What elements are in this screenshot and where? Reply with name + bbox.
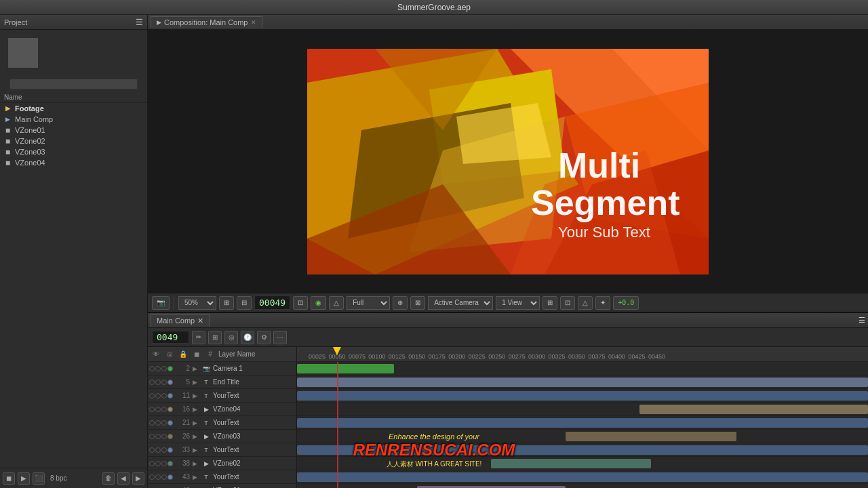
layer-visibility-dot[interactable]	[149, 393, 155, 399]
timeline-timecode[interactable]: 0049	[152, 331, 189, 344]
draft-btn[interactable]: △	[329, 296, 344, 310]
layer-row-vzone03[interactable]: 26 ▶ ▶ VZone03	[148, 430, 296, 443]
layer-lock-dot[interactable]	[161, 447, 167, 453]
project-folder-footage[interactable]: ▶ Footage	[0, 103, 147, 114]
project-item-vzone03[interactable]: ◼ VZone03	[0, 146, 147, 157]
layer-visibility-dot[interactable]	[149, 420, 155, 426]
layer-row-vzone01[interactable]: 48 ▶ ▶ VZone01	[148, 484, 296, 488]
timeline-tab-main[interactable]: Main Comp ✕	[151, 314, 210, 327]
quality-select[interactable]: Full Half Quarter	[347, 296, 390, 310]
project-item-vzone02[interactable]: ◼ VZone02	[0, 136, 147, 146]
trash-btn[interactable]: 🗑	[102, 472, 115, 485]
layer-solo-dot[interactable]	[155, 420, 161, 426]
track-row-vzone04	[297, 403, 868, 416]
render-btn[interactable]: ⊡	[293, 296, 308, 310]
layer-label: VZone04	[15, 159, 45, 167]
nav-prev-btn[interactable]: ◀	[117, 472, 130, 485]
layer-expand[interactable]: ▶	[193, 420, 199, 426]
light-btn[interactable]: ✦	[595, 296, 610, 310]
project-item-vzone04[interactable]: ◼ VZone04	[0, 157, 147, 168]
layer-solo-dot[interactable]	[155, 474, 161, 480]
layer-solo-dot[interactable]	[155, 434, 161, 439]
project-item-vzone01[interactable]: ◼ VZone01	[0, 125, 147, 136]
color-btn[interactable]: ⊕	[393, 296, 408, 310]
timeline-tab-close[interactable]: ✕	[197, 317, 203, 325]
layer-lock-dot[interactable]	[161, 366, 167, 371]
viewer-area: Multi Segment Your Sub Text	[148, 30, 868, 293]
project-menu-icon[interactable]: ☰	[136, 18, 143, 27]
project-item-main-comp[interactable]: ▶ Main Comp	[0, 114, 147, 125]
timeline-options-icon[interactable]: ☰	[859, 316, 865, 325]
layer-visibility-dot[interactable]	[149, 461, 155, 466]
layer-lock-dot[interactable]	[161, 380, 167, 385]
layer-lock-dot[interactable]	[161, 407, 167, 412]
transparency-btn[interactable]: ⊠	[410, 296, 425, 310]
layer-visibility-dot[interactable]	[149, 380, 155, 385]
layer-solo-dot[interactable]	[155, 380, 161, 385]
toggle-btn[interactable]: ⊡	[560, 296, 575, 310]
comp-tab-close[interactable]: ✕	[251, 19, 256, 26]
layer-solo-dot[interactable]	[155, 366, 161, 371]
search-bar[interactable]	[9, 79, 138, 89]
layer-lock-dot[interactable]	[161, 420, 167, 426]
track-bar-yourtext-21	[297, 418, 868, 428]
layer-solo-dot[interactable]	[155, 461, 161, 466]
layer-label: Camera 1	[213, 365, 243, 372]
layer-row-camera1[interactable]: 2 ▶ 📷 Camera 1	[148, 362, 296, 375]
layer-solo-dot[interactable]	[155, 393, 161, 399]
view-select[interactable]: 1 View 2 Views	[496, 296, 540, 310]
fit-btn[interactable]: ⊞	[219, 296, 234, 310]
tl-pencil-btn[interactable]: ✏	[192, 331, 205, 344]
snapshot-btn[interactable]: 📷	[152, 296, 170, 310]
layer-row-vzone04[interactable]: 16 ▶ ▶ VZone04	[148, 403, 296, 416]
layer-expand[interactable]: ▶	[193, 406, 199, 413]
layer-row-yourtext-43[interactable]: 43 ▶ T YourText	[148, 470, 296, 484]
layer-visibility-dot[interactable]	[149, 474, 155, 480]
layer-visibility-dot[interactable]	[149, 434, 155, 439]
safe-zones-btn[interactable]: ⊟	[237, 296, 252, 310]
layer-solo-dot[interactable]	[155, 447, 161, 453]
layer-visibility-dot[interactable]	[149, 366, 155, 371]
text-icon: T	[201, 472, 212, 483]
layer-expand[interactable]: ▶	[193, 474, 199, 481]
left-panel-bottom: ◼ ▶ ⬛ 8 bpc 🗑 ◀ ▶	[0, 468, 147, 488]
3d-btn[interactable]: △	[578, 296, 593, 310]
layer-expand[interactable]: ▶	[193, 365, 199, 372]
ruler-tick: 00350	[568, 353, 585, 360]
tl-clock-btn[interactable]: 🕐	[241, 331, 254, 344]
layer-lock-dot[interactable]	[161, 461, 167, 466]
svg-text:Segment: Segment	[531, 183, 680, 222]
tl-circle-btn[interactable]: ◎	[224, 331, 238, 344]
layer-row-vzone02[interactable]: 38 ▶ ▶ VZone02	[148, 457, 296, 470]
layer-solo-dot[interactable]	[155, 407, 161, 412]
timeline-ruler: 00025 00050 00075 00100 00125 00150 0017…	[297, 347, 868, 362]
layer-expand[interactable]: ▶	[193, 433, 199, 440]
zoom-select[interactable]: 50% 100% 25%	[178, 296, 216, 310]
new-item-btn[interactable]: ◼	[3, 472, 15, 485]
layer-expand[interactable]: ▶	[193, 460, 199, 467]
tl-more-btn[interactable]: ⋯	[273, 331, 287, 344]
comp-tab-main[interactable]: ▶ Composition: Main Comp ✕	[151, 16, 262, 28]
layer-row-end-title[interactable]: 5 ▶ T End Title	[148, 375, 296, 389]
motion-blur-btn[interactable]: ◉	[311, 296, 326, 310]
tl-grid-btn[interactable]: ⊞	[208, 331, 222, 344]
folder-btn[interactable]: ▶	[18, 472, 30, 485]
track-row-vzone03	[297, 430, 868, 443]
nav-next-btn[interactable]: ▶	[132, 472, 144, 485]
layer-expand[interactable]: ▶	[193, 379, 199, 386]
grid-btn[interactable]: ⊞	[542, 296, 557, 310]
layer-lock-dot[interactable]	[161, 393, 167, 399]
camera-select[interactable]: Active Camera	[428, 296, 493, 310]
layer-row-yourtext-33[interactable]: 33 ▶ T YourText	[148, 443, 296, 457]
search-btn[interactable]: ⬛	[33, 472, 45, 485]
layer-lock-dot[interactable]	[161, 434, 167, 439]
layer-visibility-dot[interactable]	[149, 407, 155, 412]
layer-expand[interactable]: ▶	[193, 447, 199, 453]
layer-lock-dot[interactable]	[161, 474, 167, 480]
layer-row-yourtext-21[interactable]: 21 ▶ T YourText	[148, 416, 296, 430]
layer-row-yourtext-11[interactable]: 11 ▶ T YourText	[148, 389, 296, 403]
layer-visibility-dot[interactable]	[149, 447, 155, 453]
tl-settings-btn[interactable]: ⚙	[257, 331, 271, 344]
track-bar-yourtext-43	[297, 472, 868, 482]
layer-expand[interactable]: ▶	[193, 392, 199, 399]
